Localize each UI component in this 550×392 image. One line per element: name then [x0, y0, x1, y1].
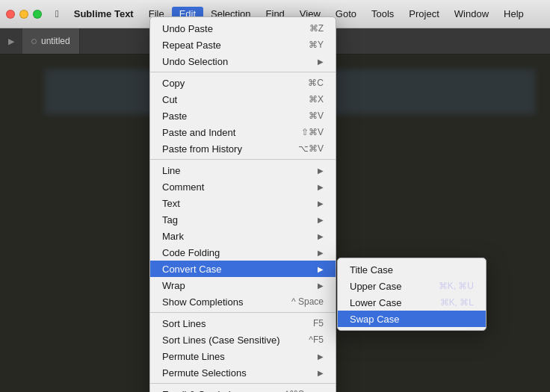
submenu-upper-case[interactable]: Upper Case ⌘K, ⌘U: [338, 278, 486, 294]
menu-copy[interactable]: Copy ⌘C: [150, 75, 336, 91]
menu-line[interactable]: Line ▶: [150, 162, 336, 178]
menu-paste-indent[interactable]: Paste and Indent ⇧⌘V: [150, 124, 336, 140]
edit-dropdown: Undo Paste ⌘Z Repeat Paste ⌘Y Undo Selec…: [149, 16, 336, 392]
menu-undo-paste[interactable]: Undo Paste ⌘Z: [150, 20, 336, 37]
convert-case-submenu: Title Case Upper Case ⌘K, ⌘U Lower Case …: [337, 258, 486, 331]
menu-repeat-paste[interactable]: Repeat Paste ⌘Y: [150, 37, 336, 53]
menu-overlay: Undo Paste ⌘Z Repeat Paste ⌘Y Undo Selec…: [0, 0, 550, 392]
menu-undo-selection[interactable]: Undo Selection ▶: [150, 53, 336, 69]
menu-code-folding[interactable]: Code Folding ▶: [150, 244, 336, 261]
menu-comment[interactable]: Comment ▶: [150, 178, 336, 195]
menu-tag[interactable]: Tag ▶: [150, 211, 336, 228]
menu-permute-lines[interactable]: Permute Lines ▶: [150, 348, 336, 364]
separator-4: [150, 383, 336, 384]
menu-show-completions[interactable]: Show Completions ^ Space: [150, 293, 336, 310]
menu-mark[interactable]: Mark ▶: [150, 228, 336, 244]
submenu-lower-case[interactable]: Lower Case ⌘K, ⌘L: [338, 294, 486, 311]
menu-emoji-symbols[interactable]: Emoji & Symbols ^⌘Space: [150, 386, 336, 392]
separator-3: [150, 312, 336, 313]
menu-paste[interactable]: Paste ⌘V: [150, 108, 336, 124]
submenu-swap-case[interactable]: Swap Case: [338, 311, 486, 327]
menu-text[interactable]: Text ▶: [150, 195, 336, 211]
menu-permute-selections[interactable]: Permute Selections ▶: [150, 364, 336, 381]
menu-wrap[interactable]: Wrap ▶: [150, 277, 336, 293]
separator-2: [150, 159, 336, 160]
menu-cut[interactable]: Cut ⌘X: [150, 91, 336, 108]
menu-convert-case[interactable]: Convert Case ▶ Title Case Upper Case ⌘K,…: [150, 261, 336, 277]
menu-sort-lines[interactable]: Sort Lines F5: [150, 315, 336, 332]
separator-1: [150, 72, 336, 72]
menu-sort-lines-cs[interactable]: Sort Lines (Case Sensitive) ^F5: [150, 332, 336, 348]
menu-paste-history[interactable]: Paste from History ⌥⌘V: [150, 140, 336, 157]
submenu-title-case[interactable]: Title Case: [338, 261, 486, 278]
